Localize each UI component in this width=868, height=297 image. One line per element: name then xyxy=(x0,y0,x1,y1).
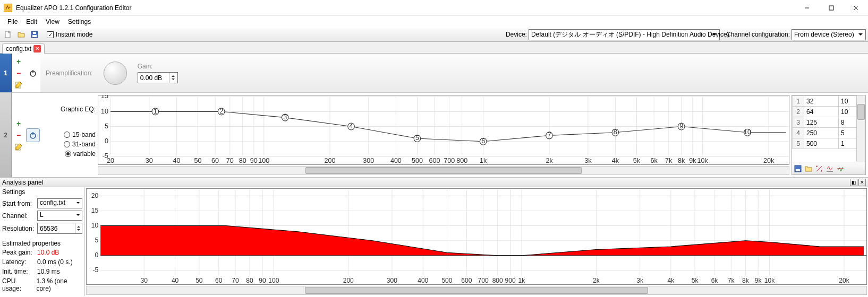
svg-text:0: 0 xyxy=(95,251,98,259)
svg-text:6k: 6k xyxy=(650,156,658,164)
power-toggle[interactable] xyxy=(26,128,40,142)
eq-chart[interactable]: 151050-520304050607080901002003004005006… xyxy=(98,95,789,165)
svg-rect-1 xyxy=(829,6,833,10)
resolution-spinbox[interactable] xyxy=(37,223,82,234)
start-from-select[interactable]: config.txt xyxy=(37,198,82,208)
file-tab[interactable]: config.txt ✕ xyxy=(2,43,45,54)
close-panel-icon[interactable]: ✕ xyxy=(858,179,866,186)
app-icon xyxy=(4,4,12,12)
gain-input[interactable] xyxy=(138,73,169,83)
table-vscrollbar[interactable] xyxy=(856,95,865,162)
svg-text:4k: 4k xyxy=(667,277,675,284)
edit-icon[interactable] xyxy=(14,81,23,89)
svg-text:80: 80 xyxy=(239,156,246,164)
save-icon[interactable] xyxy=(793,164,803,173)
svg-text:20k: 20k xyxy=(763,156,775,164)
svg-text:0: 0 xyxy=(105,137,108,145)
svg-rect-7 xyxy=(33,32,36,34)
analysis-panel-header[interactable]: Analysis panel ◧ ✕ xyxy=(0,178,868,187)
row-controls: + − xyxy=(12,93,25,177)
dock-icon[interactable]: ◧ xyxy=(850,179,857,186)
svg-text:500: 500 xyxy=(412,156,423,164)
channel-config-label: Channel configuration: xyxy=(726,31,790,38)
gain-label: Gain: xyxy=(138,63,178,70)
svg-text:3k: 3k xyxy=(584,156,592,164)
svg-text:200: 200 xyxy=(325,156,336,164)
svg-text:20: 20 xyxy=(91,191,99,199)
svg-text:50: 50 xyxy=(194,156,201,164)
channel-select[interactable]: L xyxy=(37,211,82,221)
bands-15-radio[interactable]: 15-band xyxy=(64,131,96,138)
gain-spinbox[interactable] xyxy=(138,72,178,83)
svg-text:9k: 9k xyxy=(689,156,696,164)
close-button[interactable] xyxy=(844,0,868,15)
svg-text:1: 1 xyxy=(154,107,157,115)
edit-icon[interactable] xyxy=(14,143,23,151)
add-icon[interactable]: + xyxy=(16,57,21,66)
svg-text:300: 300 xyxy=(387,277,397,284)
menu-edit[interactable]: Edit xyxy=(22,17,41,27)
svg-text:800: 800 xyxy=(492,277,503,284)
maximize-button[interactable] xyxy=(819,0,844,15)
row-number[interactable]: 1 xyxy=(0,54,12,92)
geq-label: Graphic EQ: xyxy=(61,106,96,113)
invert-icon[interactable] xyxy=(814,164,824,173)
device-select[interactable]: Default (デジタル オーディオ (S/PDIF) - High Defi… xyxy=(529,29,720,40)
svg-text:5k: 5k xyxy=(692,277,699,284)
svg-text:40: 40 xyxy=(173,156,180,164)
spin-up-icon[interactable] xyxy=(169,73,177,78)
svg-text:4k: 4k xyxy=(612,156,619,164)
bands-31-radio[interactable]: 31-band xyxy=(64,141,96,148)
bands-variable-radio[interactable]: variable xyxy=(65,150,96,158)
instant-mode-checkbox[interactable]: Instant mode xyxy=(47,31,92,38)
main-toolbar: Instant mode Device: Default (デジタル オーディオ… xyxy=(0,27,868,42)
power-toggle[interactable] xyxy=(26,66,40,80)
menu-view[interactable]: View xyxy=(41,17,64,27)
menu-settings[interactable]: Settings xyxy=(64,17,95,27)
svg-text:6: 6 xyxy=(481,137,485,145)
svg-text:5: 5 xyxy=(105,122,108,130)
row-number[interactable]: 2 xyxy=(0,93,12,177)
open-file-button[interactable] xyxy=(15,29,27,40)
svg-text:9k: 9k xyxy=(755,277,762,284)
svg-text:700: 700 xyxy=(478,277,489,284)
row-controls: + − xyxy=(12,54,25,92)
remove-icon[interactable]: − xyxy=(16,69,21,77)
svg-text:900: 900 xyxy=(505,277,516,284)
eq-hscrollbar[interactable] xyxy=(98,166,789,175)
analysis-hscrollbar[interactable] xyxy=(86,286,867,295)
minimize-button[interactable] xyxy=(795,0,819,15)
reset-icon[interactable] xyxy=(836,164,845,173)
analysis-panel: Settings Start from:config.txt Channel:L… xyxy=(0,187,868,296)
remove-icon[interactable]: − xyxy=(16,131,21,139)
svg-text:40: 40 xyxy=(172,277,179,284)
normalize-icon[interactable] xyxy=(825,164,835,173)
spin-down-icon[interactable] xyxy=(169,78,177,83)
svg-text:20k: 20k xyxy=(839,277,849,284)
menu-file[interactable]: File xyxy=(3,17,22,27)
menu-bar: File Edit View Settings xyxy=(0,16,868,27)
points-table[interactable]: 1321026410312584250555001 xyxy=(792,95,865,162)
svg-text:8k: 8k xyxy=(742,277,750,284)
svg-text:50: 50 xyxy=(195,277,203,284)
analysis-chart[interactable]: 20151050-5304050607080901002003004005006… xyxy=(86,188,867,285)
svg-text:600: 600 xyxy=(429,156,440,164)
open-icon[interactable] xyxy=(804,164,813,173)
svg-text:7k: 7k xyxy=(728,277,735,284)
svg-text:90: 90 xyxy=(259,277,266,284)
save-file-button[interactable] xyxy=(29,29,40,40)
svg-text:30: 30 xyxy=(146,156,153,164)
svg-text:100: 100 xyxy=(268,277,279,284)
gain-knob[interactable] xyxy=(99,57,131,89)
settings-heading: Settings xyxy=(2,188,82,196)
svg-text:8: 8 xyxy=(614,128,617,136)
preamp-label: Preamplification: xyxy=(46,69,93,77)
svg-text:5k: 5k xyxy=(633,156,641,164)
new-file-button[interactable] xyxy=(2,29,14,40)
svg-text:60: 60 xyxy=(215,277,223,284)
add-icon[interactable]: + xyxy=(16,119,21,128)
channel-config-select[interactable]: From device (Stereo) xyxy=(792,29,866,40)
svg-text:6k: 6k xyxy=(711,277,719,284)
close-tab-icon[interactable]: ✕ xyxy=(33,45,41,53)
svg-rect-99 xyxy=(796,169,800,171)
